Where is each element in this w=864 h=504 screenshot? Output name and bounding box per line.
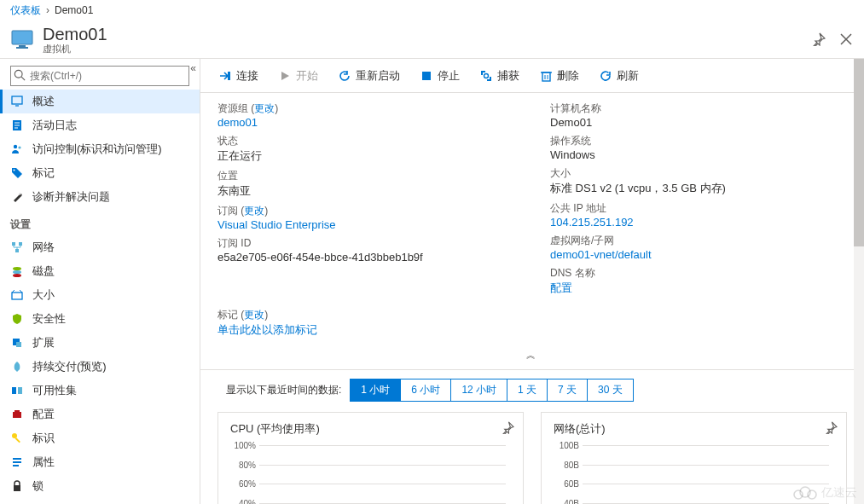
svg-line-4 <box>21 77 25 80</box>
svg-rect-26 <box>14 410 20 412</box>
pill-30d[interactable]: 30 天 <box>588 379 633 401</box>
cmd-label: 刷新 <box>617 68 639 84</box>
sidebar-item-label: 安全性 <box>32 311 66 327</box>
config-icon <box>10 408 24 421</box>
svg-rect-34 <box>422 72 431 80</box>
svg-point-39 <box>484 73 489 78</box>
restart-icon <box>339 70 351 82</box>
properties-icon <box>10 455 24 469</box>
stop-button[interactable]: 停止 <box>412 62 468 90</box>
sidebar-item-identity[interactable]: 标识 <box>0 426 200 450</box>
cmd-label: 删除 <box>557 68 579 84</box>
pill-6h[interactable]: 6 小时 <box>401 379 451 401</box>
sidebar-item-label: 诊断并解决问题 <box>32 189 110 205</box>
svg-rect-20 <box>12 293 22 299</box>
svg-point-12 <box>18 146 20 148</box>
sidebar-item-properties[interactable]: 属性 <box>0 450 200 474</box>
sidebar-item-size[interactable]: 大小 <box>0 283 200 307</box>
breadcrumb-sep: › <box>46 4 49 16</box>
sidebar-item-extensions[interactable]: 扩展 <box>0 331 200 355</box>
sidebar-item-label: 网络 <box>32 240 55 255</box>
sidebar-item-locks[interactable]: 锁 <box>0 474 200 498</box>
capture-icon <box>480 70 492 82</box>
chart-tile-cpu[interactable]: CPU (平均使用率) 100% 80% 60% 40% <box>217 412 524 504</box>
dns-value-link[interactable]: 配置 <box>550 281 847 296</box>
sidebar-item-overview[interactable]: 概述 <box>0 90 200 113</box>
close-icon[interactable] <box>838 32 854 47</box>
field-vnet: 虚拟网络/子网demo01-vnet/default <box>550 234 847 261</box>
cmd-label: 重新启动 <box>356 68 400 84</box>
change-sub-link[interactable]: 更改 <box>244 205 264 217</box>
sidebar-item-disks[interactable]: 磁盘 <box>0 259 200 283</box>
rocket-icon <box>10 360 24 374</box>
sidebar-item-network[interactable]: 网络 <box>0 235 200 259</box>
svg-point-27 <box>12 433 17 438</box>
y-tick: 80B <box>554 460 579 469</box>
pill-12h[interactable]: 12 小时 <box>451 379 507 401</box>
pill-1d[interactable]: 1 天 <box>507 379 548 401</box>
pill-7d[interactable]: 7 天 <box>548 379 588 401</box>
key-icon <box>10 432 24 445</box>
play-icon <box>279 70 291 82</box>
essentials-panel: 资源组 (更改)demo01 状态正在运行 位置东南亚 订阅 (更改)Visua… <box>200 93 864 369</box>
pin-chart-icon[interactable] <box>825 421 838 437</box>
breadcrumb-root[interactable]: 仪表板 <box>10 3 41 18</box>
search-input[interactable] <box>10 66 189 86</box>
field-dns: DNS 名称配置 <box>550 266 847 296</box>
y-tick: 40B <box>554 498 579 504</box>
add-tags-link[interactable]: 单击此处以添加标记 <box>217 322 847 338</box>
pin-icon[interactable] <box>811 32 826 47</box>
sidebar-item-label: 属性 <box>32 455 55 470</box>
change-tags-link[interactable]: 更改 <box>244 309 264 321</box>
sidebar-item-cd[interactable]: 持续交付(预览) <box>0 355 200 379</box>
pill-1h[interactable]: 1 小时 <box>351 379 401 401</box>
ip-value-link[interactable]: 104.215.251.192 <box>550 216 847 229</box>
restart-button[interactable]: 重新启动 <box>330 62 409 90</box>
sidebar-item-access[interactable]: 访问控制(标识和访问管理) <box>0 137 200 161</box>
sidebar-item-config[interactable]: 配置 <box>0 403 200 426</box>
refresh-button[interactable]: 刷新 <box>591 62 647 90</box>
svg-point-13 <box>14 170 15 171</box>
scrollbar-thumb[interactable] <box>854 59 864 246</box>
sidebar-item-activity[interactable]: 活动日志 <box>0 113 200 137</box>
menu-collapse-icon[interactable]: « <box>190 62 196 74</box>
svg-rect-2 <box>16 47 28 49</box>
field-os: 操作系统Windows <box>550 134 847 161</box>
metrics-area: 显示以下最近时间的数据: 1 小时 6 小时 12 小时 1 天 7 天 30 … <box>200 369 864 504</box>
field-status: 状态正在运行 <box>217 134 542 164</box>
rg-value-link[interactable]: demo01 <box>217 116 542 129</box>
delete-button[interactable]: 删除 <box>531 62 588 90</box>
capture-button[interactable]: 捕获 <box>472 62 528 90</box>
field-location: 位置东南亚 <box>217 169 542 199</box>
svg-point-18 <box>13 270 21 274</box>
sidebar-item-tags[interactable]: 标记 <box>0 161 200 185</box>
sidebar-section-settings: 设置 <box>0 209 200 235</box>
sidebar-item-label: 概述 <box>32 94 55 109</box>
sidebar-item-diagnose[interactable]: 诊断并解决问题 <box>0 185 200 209</box>
sidebar-item-label: 持续交付(预览) <box>32 359 107 374</box>
tag-icon <box>10 166 24 180</box>
chart-title: 网络(总计) <box>554 421 834 437</box>
svg-rect-25 <box>13 412 21 418</box>
scrollbar-track[interactable] <box>854 59 864 504</box>
sidebar-item-label: 大小 <box>32 287 55 303</box>
svg-rect-38 <box>490 77 491 81</box>
y-tick: 40% <box>230 498 256 504</box>
size-icon <box>10 288 24 302</box>
y-tick: 100% <box>230 441 256 450</box>
start-button[interactable]: 开始 <box>270 62 327 90</box>
y-tick: 80% <box>230 460 256 469</box>
pin-chart-icon[interactable] <box>502 421 514 437</box>
timerange-pills: 1 小时 6 小时 12 小时 1 天 7 天 30 天 <box>350 379 633 402</box>
essentials-collapse-chevron[interactable]: ︽ <box>217 346 847 364</box>
connect-button[interactable]: 连接 <box>211 62 267 90</box>
vnet-value-link[interactable]: demo01-vnet/default <box>550 248 847 261</box>
field-subscription: 订阅 (更改)Visual Studio Enterprise <box>217 204 542 231</box>
content-pane: 连接 开始 重新启动 停止 捕获 删除 刷新 资源组 (更改)demo01 状态… <box>200 59 864 504</box>
sidebar: « 概述 活动日志 访问控制(标识和访问管理) 标记 <box>0 59 200 504</box>
sidebar-item-availability[interactable]: 可用性集 <box>0 379 200 403</box>
change-rg-link[interactable]: 更改 <box>254 102 275 114</box>
sub-value-link[interactable]: Visual Studio Enterprise <box>217 218 542 231</box>
sidebar-item-security[interactable]: 安全性 <box>0 307 200 331</box>
svg-point-19 <box>13 274 21 277</box>
